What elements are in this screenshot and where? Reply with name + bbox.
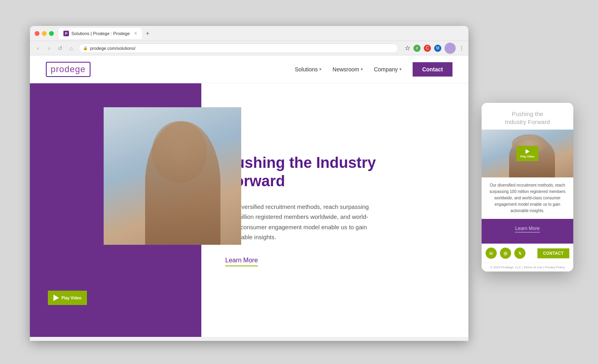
mobile-play-label: Play Video: [520, 155, 534, 158]
instagram-icon[interactable]: ◎: [500, 248, 511, 259]
hero-content: Pushing the Industry Forward Our diversi…: [225, 154, 377, 266]
close-window-button[interactable]: [35, 31, 39, 36]
tab-close-icon[interactable]: ✕: [134, 31, 137, 35]
url-text: prodege.com/solutions/: [90, 46, 136, 51]
twitter-icon[interactable]: 𝕏: [514, 248, 525, 259]
extension-icon-2[interactable]: C: [424, 45, 431, 52]
website-content: prodege Solutions ▾ Newsroom ▾ Company: [30, 55, 468, 337]
play-video-label: Play Video: [61, 296, 81, 300]
mobile-play-button[interactable]: Play Video: [516, 146, 538, 161]
url-bar[interactable]: 🔒 prodege.com/solutions/: [79, 43, 398, 53]
mobile-mockup: Pushing theIndustry Forward Play Video O…: [482, 103, 573, 272]
reload-button[interactable]: ↺: [56, 45, 64, 51]
newsroom-chevron-icon: ▾: [361, 67, 363, 71]
minimize-window-button[interactable]: [42, 31, 47, 36]
lock-icon: 🔒: [83, 46, 88, 50]
tab-favicon: P: [63, 31, 69, 36]
extension-icon-1[interactable]: e: [413, 45, 421, 52]
forward-button[interactable]: ›: [45, 45, 53, 51]
nav-solutions[interactable]: Solutions ▾: [295, 66, 321, 73]
solutions-chevron-icon: ▾: [319, 67, 321, 71]
company-chevron-icon: ▾: [399, 67, 401, 71]
mobile-play-icon: [525, 149, 529, 154]
social-icons: in ◎ 𝕏: [486, 248, 525, 259]
tab-bar: P Solutions | Prodege : Prodege ✕ +: [59, 28, 151, 39]
learn-more-link[interactable]: Learn More: [225, 257, 258, 266]
new-tab-button[interactable]: +: [144, 30, 151, 37]
mobile-social-bar: in ◎ 𝕏 CONTACT: [482, 244, 573, 263]
mobile-copyright: © 2019 Prodege, LLC | Terms of Use | Pri…: [482, 263, 573, 272]
browser-titlebar: P Solutions | Prodege : Prodege ✕ +: [30, 26, 468, 41]
mobile-learn-more-link[interactable]: Learn More: [515, 226, 539, 232]
menu-icon[interactable]: ⋮: [459, 45, 464, 51]
user-avatar[interactable]: [445, 43, 456, 54]
mobile-body-text: Our diversified recruitment methods, rea…: [487, 182, 568, 214]
hero-heading: Pushing the Industry Forward: [225, 154, 377, 190]
browser-tab-active[interactable]: P Solutions | Prodege : Prodege ✕: [59, 28, 142, 39]
hero-photo: [104, 107, 241, 245]
linkedin-icon[interactable]: in: [486, 248, 497, 259]
back-button[interactable]: ‹: [34, 45, 42, 51]
extension-icon-3[interactable]: M: [434, 45, 441, 52]
mobile-body: Our diversified recruitment methods, rea…: [482, 177, 573, 219]
site-navigation: prodege Solutions ▾ Newsroom ▾ Company: [30, 55, 468, 83]
nav-company[interactable]: Company ▾: [374, 66, 401, 73]
address-bar-row: ‹ › ↺ ⌂ 🔒 prodege.com/solutions/ ☆ e C M…: [30, 41, 468, 55]
tab-title: Solutions | Prodege : Prodege: [71, 31, 130, 36]
maximize-window-button[interactable]: [49, 31, 54, 36]
hero-body-text: Our diversified recruitment methods, rea…: [225, 202, 377, 242]
play-icon: [53, 295, 59, 301]
bookmark-icon[interactable]: ☆: [405, 44, 410, 52]
mobile-contact-button[interactable]: CONTACT: [537, 248, 569, 258]
hero-right-panel: Pushing the Industry Forward Our diversi…: [201, 83, 468, 337]
nav-newsroom[interactable]: Newsroom ▾: [332, 66, 363, 73]
mobile-hero-image: Play Video: [482, 130, 573, 177]
site-logo[interactable]: prodege: [46, 62, 90, 77]
nav-links: Solutions ▾ Newsroom ▾ Company ▾ Contact: [295, 62, 452, 77]
nav-contact-button[interactable]: Contact: [413, 62, 452, 77]
mobile-header: Pushing theIndustry Forward: [482, 103, 573, 130]
hero-section: Play Video Pushing the Industry Forward …: [30, 83, 468, 337]
hero-image-container: [104, 107, 241, 245]
browser-actions: ☆ e C M ⋮: [405, 43, 464, 54]
play-video-button[interactable]: Play Video: [48, 291, 87, 305]
mobile-footer: Learn More: [482, 219, 573, 244]
traffic-lights: [35, 31, 54, 36]
hero-left-panel: Play Video: [30, 83, 201, 337]
mobile-heading: Pushing theIndustry Forward: [487, 110, 568, 126]
home-button[interactable]: ⌂: [67, 45, 75, 51]
